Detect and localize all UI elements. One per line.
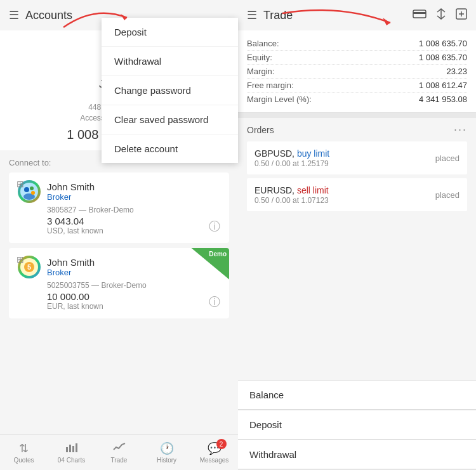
nav-quotes-label: Quotes [13,457,34,464]
order-item-eurusd[interactable]: EURUSD, sell limit 0.50 / 0.00 at 1.0712… [247,178,467,211]
svg-rect-15 [69,445,71,452]
svg-rect-14 [66,447,68,452]
account-list-header-1: John Smith Broker [18,180,220,203]
list-balance-2: 10 000.00 [47,291,220,302]
list-name-2: John Smith [47,257,220,268]
qr-icon-1: ⊞ [17,179,24,189]
info-icon-1[interactable]: ⓘ [209,219,220,234]
history-icon: 🕐 [160,441,174,455]
trade-row-margin-level: Margin Level (%): 4 341 953.08 [247,93,467,106]
trade-info: Balance: 1 008 635.70 Equity: 1 008 635.… [238,30,476,113]
svg-point-10 [31,191,35,195]
list-item[interactable]: John Smith Broker 3805827 — Broker-Demo … [9,173,229,243]
messages-icon: 💬 2 [208,441,221,455]
bottom-nav: ⇅ Quotes 04 Charts Trade 🕐 [0,434,238,470]
order-status-gbpusd: placed [435,153,459,163]
list-name-1: John Smith [47,181,220,192]
equity-value: 1 008 635.70 [419,53,467,62]
margin-label: Margin: [247,67,274,76]
nav-quotes[interactable]: ⇅ Quotes [0,435,48,470]
svg-point-8 [30,186,34,190]
order-status-eurusd: placed [435,190,459,200]
orders-header: Orders ··· [247,123,467,136]
list-broker-1: Broker [47,192,220,202]
list-broker-2: Broker [47,268,220,277]
list-item[interactable]: Demo 5 John Smith Broker 5025003755 — Br… [9,248,229,318]
order-left-eurusd: EURUSD, sell limit 0.50 / 0.00 at 1.0712… [255,185,329,205]
orders-section: Orders ··· GBPUSD, buy limit 0.50 / 0.00… [238,118,476,220]
order-details-eurusd: 0.50 / 0.00 at 1.07123 [255,196,329,205]
nav-messages-label: Messages [200,457,229,464]
info-icon-2[interactable]: ⓘ [209,294,220,310]
svg-point-7 [24,187,29,192]
transfer-icon[interactable] [435,8,447,23]
trade-row-balance: Balance: 1 008 635.70 [247,37,467,51]
orders-more-icon[interactable]: ··· [454,123,467,136]
quotes-icon: ⇅ [19,441,29,455]
equity-label: Equity: [247,53,272,62]
nav-trade[interactable]: Trade [95,435,143,470]
order-left-gbpusd: GBPUSD, buy limit 0.50 / 0.00 at 1.25179 [255,148,329,168]
list-info-2: John Smith Broker [47,257,220,277]
right-hamburger-icon[interactable]: ☰ [247,8,257,22]
order-pair-gbpusd: GBPUSD, buy limit [255,148,329,159]
list-currency-1: USD, last known [47,226,220,235]
margin-level-label: Margin Level (%): [247,95,312,104]
dropdown-withdrawal[interactable]: Withdrawal [102,47,238,76]
card-icon[interactable] [413,9,426,22]
order-pair-eurusd: EURUSD, sell limit [255,185,329,196]
nav-charts-label: 04 Charts [58,457,85,464]
nav-messages[interactable]: 💬 2 Messages [190,435,238,470]
dropdown-deposit[interactable]: Deposit [102,18,238,47]
messages-badge: 2 [216,439,227,449]
qr-icon-2: ⊞ [17,254,24,264]
orders-title: Orders [247,125,274,135]
trade-row-margin: Margin: 23.23 [247,65,467,79]
list-currency-2: EUR, last known [47,302,220,311]
nav-history-label: History [157,457,176,464]
list-server-1: 3805827 — Broker-Demo [47,206,220,214]
nav-history[interactable]: 🕐 History [143,435,190,470]
right-header-icons [413,8,467,23]
balance-value: 1 008 635.70 [419,39,467,48]
trade-row-free-margin: Free margin: 1 008 612.47 [247,79,467,93]
left-header-title: Accounts [25,9,72,22]
trade-icon [113,442,126,455]
order-details-gbpusd: 0.50 / 0.00 at 1.25179 [255,159,329,168]
nav-trade-label: Trade [111,457,128,464]
svg-rect-17 [76,443,77,452]
list-server-2: 5025003755 — Broker-Demo [47,281,220,290]
right-header-title: Trade [263,9,413,22]
separator [238,113,476,118]
svg-rect-19 [413,12,426,14]
list-balance-1: 3 043.04 [47,216,220,226]
balance-label: Balance: [247,39,279,48]
margin-value: 23.23 [446,67,467,76]
hamburger-icon[interactable]: ☰ [9,8,19,22]
margin-level-value: 4 341 953.08 [419,95,467,104]
left-panel: ☰ Accounts John Sm Broker 4481832 — Brok… [0,0,238,470]
nav-charts[interactable]: 04 Charts [48,435,95,470]
list-info-1: John Smith Broker [47,181,220,202]
dropdown-delete-account[interactable]: Delete account [102,134,238,163]
add-icon[interactable] [456,8,467,23]
right-header: ☰ Trade [238,0,476,30]
charts-icon [65,442,78,455]
free-margin-value: 1 008 612.47 [419,81,467,90]
account-list-header-2: 5 John Smith Broker [18,256,220,278]
trade-row-equity: Equity: 1 008 635.70 [247,51,467,65]
dropdown-clear-saved-password[interactable]: Clear saved password [102,105,238,134]
dropdown-change-password[interactable]: Change password [102,76,238,105]
right-menu-withdrawal[interactable]: Withdrawal [238,440,476,469]
order-item-gbpusd[interactable]: GBPUSD, buy limit 0.50 / 0.00 at 1.25179… [247,141,467,174]
connect-section: Connect to: John Smith Broker [0,150,238,327]
free-margin-label: Free margin: [247,81,294,90]
right-bottom-menu: Balance Deposit Withdrawal [238,380,476,470]
right-panel: ☰ Trade [238,0,476,470]
dropdown-menu: Deposit Withdrawal Change password Clear… [102,18,238,163]
right-menu-deposit[interactable]: Deposit [238,410,476,440]
right-menu-balance[interactable]: Balance [238,380,476,410]
svg-rect-16 [72,446,74,452]
svg-text:5: 5 [27,263,31,271]
